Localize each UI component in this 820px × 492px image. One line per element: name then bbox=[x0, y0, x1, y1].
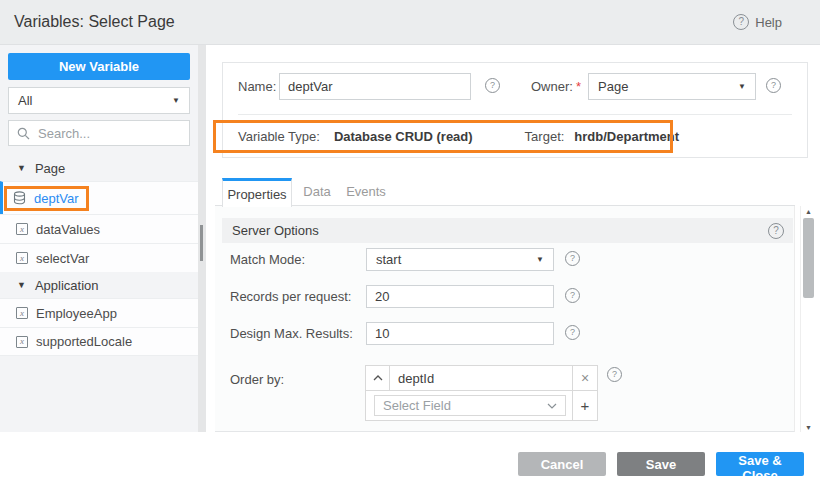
tab-data[interactable]: Data bbox=[302, 178, 332, 206]
help-icon[interactable]: ? bbox=[565, 288, 580, 303]
tree-group-label: Page bbox=[35, 161, 65, 176]
name-label: Name:* bbox=[238, 73, 284, 100]
owner-select[interactable]: Page ▼ bbox=[588, 73, 756, 100]
remove-order-field-button[interactable]: × bbox=[572, 366, 597, 390]
tree-item-employeeapp[interactable]: x EmployeeApp bbox=[0, 298, 198, 327]
content-scrollbar[interactable]: ▲ ▼ bbox=[800, 206, 816, 433]
tree-item-label: supportedLocale bbox=[36, 334, 132, 349]
order-by-widget: deptId × Select Field + bbox=[365, 365, 598, 421]
page-title: Variables: Select Page bbox=[14, 13, 175, 31]
database-crud-variable-icon bbox=[13, 191, 26, 205]
tab-properties[interactable]: Properties bbox=[222, 178, 292, 207]
help-link[interactable]: ? Help bbox=[733, 14, 782, 30]
search-icon bbox=[17, 127, 30, 140]
help-icon[interactable]: ? bbox=[565, 325, 580, 340]
target-value: hrdb/Department bbox=[574, 129, 679, 144]
panel-divider bbox=[238, 114, 792, 115]
caret-down-icon: ▼ bbox=[17, 164, 26, 173]
chevron-down-icon: ▼ bbox=[536, 256, 544, 264]
chevron-down-icon: ▼ bbox=[738, 83, 746, 91]
tree-item-selectvar[interactable]: x selectVar bbox=[0, 243, 198, 272]
tree-item-label: EmployeeApp bbox=[36, 306, 117, 321]
server-options-title: Server Options bbox=[232, 223, 319, 238]
tree-group-page[interactable]: ▼ Page bbox=[0, 155, 198, 181]
tree-item-label: selectVar bbox=[36, 251, 89, 266]
help-icon[interactable]: ? bbox=[565, 251, 580, 266]
variable-summary-panel: Name:* ? Owner:* Page ▼ ? Variable Type:… bbox=[222, 62, 808, 158]
order-by-label: Order by: bbox=[230, 368, 284, 391]
design-max-results-field[interactable] bbox=[366, 322, 554, 345]
tab-bar: Properties Data Events bbox=[215, 178, 795, 206]
help-icon: ? bbox=[733, 14, 749, 30]
variable-type-label: Variable Type: bbox=[238, 129, 320, 144]
dialog-footer: Cancel Save Save & Close bbox=[206, 432, 820, 492]
search-box[interactable] bbox=[8, 120, 190, 146]
scroll-down-arrow[interactable]: ▼ bbox=[801, 424, 816, 431]
server-options-section-header: Server Options ? bbox=[222, 218, 793, 243]
tree-item-label: dataValues bbox=[36, 222, 100, 237]
target-label: Target: bbox=[525, 129, 565, 144]
chevron-up-icon bbox=[373, 375, 383, 381]
add-order-field-row: Select Field + bbox=[366, 391, 597, 420]
properties-tab-content: Server Options ? Match Mode: start ▼ ? R… bbox=[215, 206, 795, 432]
name-field[interactable] bbox=[279, 73, 471, 100]
owner-label: Owner:* bbox=[531, 73, 581, 100]
tree-item-datavalues[interactable]: x dataValues bbox=[0, 214, 198, 243]
new-variable-button[interactable]: New Variable bbox=[8, 53, 190, 80]
add-order-field-button[interactable]: + bbox=[572, 391, 597, 420]
match-mode-label: Match Mode: bbox=[230, 248, 305, 271]
help-label: Help bbox=[755, 15, 782, 30]
help-icon[interactable]: ? bbox=[768, 223, 784, 239]
select-field-placeholder: Select Field bbox=[383, 398, 451, 413]
save-button[interactable]: Save bbox=[617, 452, 705, 476]
scroll-up-arrow[interactable]: ▲ bbox=[801, 208, 816, 215]
cancel-button[interactable]: Cancel bbox=[518, 452, 606, 476]
variables-dialog: Variables: Select Page ? Help New Variab… bbox=[0, 0, 820, 492]
help-icon[interactable]: ? bbox=[485, 78, 500, 93]
caret-down-icon: ▼ bbox=[17, 281, 26, 290]
sidebar-scrollbar-thumb[interactable] bbox=[200, 225, 203, 261]
variable-filter-select[interactable]: All ▼ bbox=[8, 87, 190, 114]
search-input[interactable] bbox=[36, 125, 181, 142]
variable-filter-value: All bbox=[18, 93, 32, 108]
help-icon[interactable]: ? bbox=[607, 367, 622, 382]
chevron-down-icon: ▼ bbox=[172, 97, 180, 105]
records-per-request-label: Records per request: bbox=[230, 285, 351, 308]
variable-type-value: Database CRUD (read) bbox=[334, 129, 473, 144]
required-marker: * bbox=[576, 79, 581, 94]
chevron-down-icon bbox=[547, 403, 557, 409]
variable-type-row: Variable Type: Database CRUD (read) Targ… bbox=[238, 126, 797, 147]
model-variable-icon: x bbox=[16, 307, 28, 319]
sidebar-scrollbar[interactable] bbox=[198, 45, 206, 432]
variables-tree: ▼ Page deptVar x dataValues x bbox=[0, 155, 198, 356]
tree-item-deptvar[interactable]: deptVar bbox=[0, 181, 198, 214]
save-and-close-button[interactable]: Save & Close bbox=[716, 452, 804, 476]
tree-item-label: deptVar bbox=[34, 191, 79, 206]
order-by-row: deptId × bbox=[366, 366, 597, 391]
tree-item-supportedlocale[interactable]: x supportedLocale bbox=[0, 327, 198, 356]
tree-group-label: Application bbox=[35, 278, 99, 293]
model-variable-icon: x bbox=[16, 336, 28, 348]
help-icon[interactable]: ? bbox=[766, 78, 781, 93]
tree-group-application[interactable]: ▼ Application bbox=[0, 272, 198, 298]
records-per-request-field[interactable] bbox=[366, 285, 554, 308]
variables-sidebar: New Variable All ▼ ▼ Page bbox=[0, 45, 198, 432]
selection-highlight-box: deptVar bbox=[4, 186, 89, 211]
sort-direction-button[interactable] bbox=[366, 366, 390, 390]
select-field-dropdown[interactable]: Select Field bbox=[374, 395, 566, 416]
model-variable-icon: x bbox=[16, 223, 28, 235]
dialog-header: Variables: Select Page ? Help bbox=[0, 0, 820, 45]
match-mode-value: start bbox=[376, 252, 401, 267]
order-by-field-value[interactable]: deptId bbox=[390, 366, 572, 390]
design-max-results-label: Design Max. Results: bbox=[230, 322, 353, 345]
match-mode-select[interactable]: start ▼ bbox=[366, 248, 554, 271]
content-scrollbar-thumb[interactable] bbox=[803, 218, 814, 298]
owner-select-value: Page bbox=[598, 79, 628, 94]
tab-events[interactable]: Events bbox=[346, 178, 386, 206]
model-variable-icon: x bbox=[16, 252, 28, 264]
